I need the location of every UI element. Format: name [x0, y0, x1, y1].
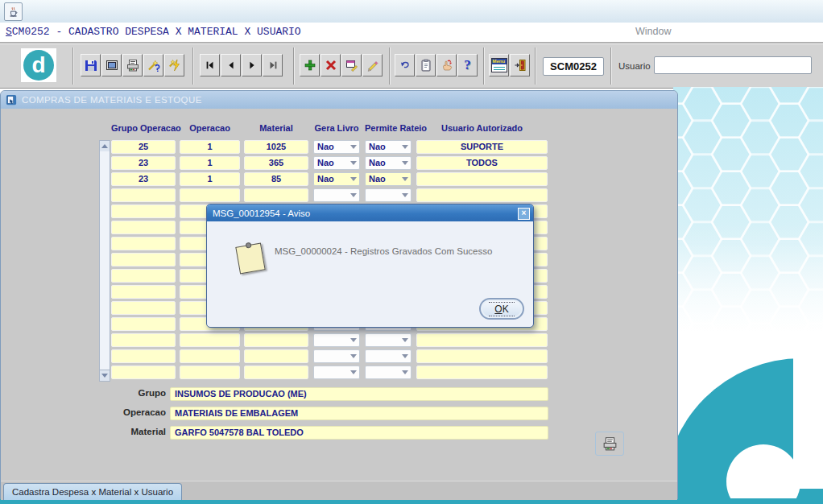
cell-material[interactable]: 85: [244, 172, 308, 186]
cell-material[interactable]: [244, 349, 308, 363]
cell-grupo-operacao[interactable]: [111, 269, 176, 283]
dropdown-permite-rateio[interactable]: Nao: [365, 172, 412, 186]
grid-scrollbar[interactable]: [99, 140, 110, 382]
first-record-button[interactable]: [200, 54, 220, 76]
cell-grupo-operacao[interactable]: [111, 317, 176, 331]
scroll-down-button[interactable]: [100, 370, 110, 381]
undo-button[interactable]: [395, 54, 415, 76]
dropdown-permite-rateio[interactable]: Nao: [365, 156, 412, 170]
cell-grupo-operacao[interactable]: [111, 221, 176, 234]
cell-operacao[interactable]: [180, 349, 240, 363]
cell-usuario-autorizado[interactable]: [416, 172, 548, 186]
cell-grupo-operacao[interactable]: [111, 349, 176, 363]
last-record-button[interactable]: [263, 54, 283, 76]
cell-operacao[interactable]: [180, 366, 240, 379]
cell-grupo-operacao[interactable]: [111, 237, 176, 250]
menu-button[interactable]: Menu: [489, 54, 509, 76]
cell-usuario-autorizado[interactable]: [416, 333, 548, 347]
toolbar-separator: [483, 48, 485, 85]
cell-usuario-autorizado[interactable]: [416, 188, 548, 202]
dropdown-permite-rateio[interactable]: Nao: [365, 140, 412, 154]
delete-record-button[interactable]: [321, 54, 341, 76]
cell-usuario-autorizado[interactable]: SUPORTE: [416, 140, 548, 154]
operacao-field[interactable]: MATERIAIS DE EMBALAGEM: [170, 407, 548, 420]
cell-grupo-operacao[interactable]: [111, 333, 176, 347]
form-window-titlebar[interactable]: COMPRAS DE MATERIAIS E ESTOQUE: [1, 91, 677, 109]
scrollbar-thumb[interactable]: [100, 151, 110, 371]
clear-display-button[interactable]: [101, 54, 122, 76]
cell-grupo-operacao[interactable]: [111, 253, 176, 266]
cell-operacao[interactable]: 1: [180, 140, 240, 154]
print-button[interactable]: [122, 54, 143, 76]
program-code-field[interactable]: SCM0252: [543, 57, 604, 76]
cell-material[interactable]: 1025: [244, 140, 308, 154]
dropdown-arrow-icon: [402, 354, 408, 358]
dropdown-arrow-icon: [350, 370, 357, 374]
cell-grupo-operacao[interactable]: [111, 188, 176, 202]
next-record-button[interactable]: [242, 54, 262, 76]
cell-operacao[interactable]: [180, 188, 240, 202]
cell-grupo-operacao[interactable]: 23: [111, 156, 176, 170]
cell-material[interactable]: [244, 366, 308, 379]
grupo-field[interactable]: INSUMOS DE PRODUCAO (ME): [170, 387, 548, 401]
dropdown-permite-rateio[interactable]: [365, 349, 412, 363]
cell-usuario-autorizado[interactable]: [416, 366, 548, 379]
save-button[interactable]: [81, 54, 101, 76]
previous-record-button[interactable]: [221, 54, 241, 76]
scroll-down-icon: [101, 374, 108, 378]
execute-query-button[interactable]: [164, 54, 184, 76]
clipboard-button[interactable]: [416, 54, 436, 76]
exit-button[interactable]: [510, 54, 530, 76]
cell-grupo-operacao[interactable]: [111, 204, 176, 218]
menu-item-window[interactable]: Window: [635, 23, 671, 41]
clear-record-button[interactable]: [362, 54, 383, 76]
grid-row: 23185NaoNao: [111, 172, 548, 188]
cell-material[interactable]: [244, 188, 308, 202]
cell-grupo-operacao[interactable]: 25: [111, 140, 176, 154]
scroll-up-button[interactable]: [100, 141, 110, 152]
enter-query-button[interactable]: [143, 54, 163, 76]
dropdown-gera-livro[interactable]: [313, 349, 360, 363]
cell-material[interactable]: 365: [244, 156, 308, 170]
cell-usuario-autorizado[interactable]: TODOS: [416, 156, 548, 170]
cell-grupo-operacao[interactable]: 23: [111, 172, 176, 186]
grid-row: [111, 366, 548, 382]
ok-button[interactable]: OK: [479, 298, 524, 320]
cell-grupo-operacao[interactable]: [111, 301, 176, 315]
dropdown-gera-livro[interactable]: [313, 333, 360, 347]
material-label: Material: [81, 427, 166, 436]
dropdown-gera-livro[interactable]: [313, 366, 360, 379]
dropdown-gera-livro[interactable]: Nao: [313, 156, 360, 170]
dialog-titlebar[interactable]: MSG_00012954 - Aviso: [207, 204, 533, 221]
material-field[interactable]: GARFO 5047578 BAL TOLEDO: [170, 426, 548, 440]
grupo-label: Grupo: [81, 388, 166, 398]
cell-grupo-operacao[interactable]: [111, 366, 176, 379]
help-button[interactable]: ?: [457, 54, 478, 76]
cell-grupo-operacao[interactable]: [111, 285, 176, 299]
insert-record-button[interactable]: [300, 54, 320, 76]
dropdown-gera-livro[interactable]: Nao: [313, 172, 360, 186]
menu-item-program[interactable]: SCM0252 - CADASTRO DESPESA X MATERIAL X …: [6, 23, 301, 41]
tab-cadastra-despesa[interactable]: Cadastra Despesa x Material x Usuario: [3, 483, 182, 500]
cell-material[interactable]: [244, 333, 308, 347]
dropdown-gera-livro[interactable]: Nao: [313, 140, 360, 154]
ok-button-label: OK: [489, 302, 514, 316]
cell-operacao[interactable]: 1: [180, 156, 240, 170]
cell-operacao[interactable]: [180, 333, 240, 347]
dropdown-permite-rateio[interactable]: [365, 188, 412, 202]
dropdown-permite-rateio[interactable]: [365, 366, 412, 379]
edit-record-button[interactable]: [341, 54, 362, 76]
cancel-query-button[interactable]: [436, 54, 457, 76]
report-print-button[interactable]: [595, 432, 624, 456]
cell-operacao[interactable]: 1: [180, 172, 240, 186]
cell-usuario-autorizado[interactable]: [416, 349, 548, 363]
tab-bar: Cadastra Despesa x Material x Usuario: [1, 481, 677, 500]
dropdown-permite-rateio[interactable]: [365, 333, 412, 347]
dropdown-gera-livro[interactable]: [313, 188, 360, 202]
usuario-input[interactable]: [654, 56, 812, 74]
dropdown-arrow-icon: [402, 161, 408, 165]
dropdown-arrow-icon: [402, 370, 408, 374]
dialog-close-button[interactable]: ×: [518, 208, 530, 220]
toolbar-separator: [610, 48, 612, 85]
applet-top-strip: [0, 0, 823, 23]
